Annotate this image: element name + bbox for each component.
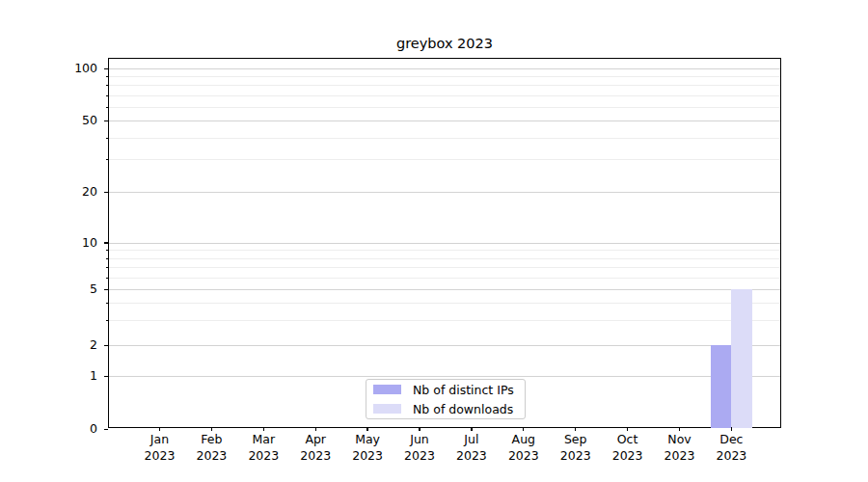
x-axis-tick: [731, 427, 732, 431]
y-axis-tick: [104, 289, 108, 290]
y-axis-tick: [104, 429, 108, 430]
y-axis-minor-tick: [106, 267, 108, 268]
year-label: 2023: [496, 448, 552, 465]
legend-item-distinct-ips: Nb of distinct IPs: [372, 382, 519, 398]
y-axis-minor-tick: [106, 278, 108, 279]
x-axis-tick: [263, 427, 264, 431]
x-axis-tick-label: Jul2023: [444, 432, 500, 464]
year-label: 2023: [444, 448, 500, 465]
y-axis-minor-tick: [106, 95, 108, 96]
x-axis-tick: [211, 427, 212, 431]
x-axis-tick-label: Jun2023: [392, 432, 448, 464]
y-axis-minor-tick: [106, 320, 108, 321]
month-label: Jul: [444, 432, 500, 448]
y-axis-tick-label: 100: [1, 61, 97, 76]
month-label: Jun: [392, 432, 448, 448]
x-axis-tick: [523, 427, 524, 431]
year-label: 2023: [703, 448, 759, 465]
x-axis-tick-label: Feb2023: [183, 432, 239, 464]
y-axis-minor-tick: [106, 250, 108, 251]
month-label: Jan: [132, 432, 188, 448]
legend-item-downloads: Nb of downloads: [372, 401, 519, 417]
year-label: 2023: [183, 448, 239, 465]
year-label: 2023: [652, 448, 708, 465]
major-gridline: [109, 68, 780, 69]
legend-label-downloads: Nb of downloads: [413, 401, 513, 417]
month-label: Mar: [235, 432, 291, 448]
bar-nb-of-distinct-ips-dec: [711, 345, 732, 428]
y-axis-tick: [104, 192, 108, 193]
chart-title: greybox 2023: [108, 35, 781, 52]
x-axis-tick-label: Jan2023: [132, 432, 188, 464]
y-axis-tick-label: 20: [1, 184, 97, 200]
month-label: Aug: [496, 432, 552, 448]
bar-nb-of-downloads-dec: [731, 289, 752, 428]
month-label: Sep: [548, 432, 604, 448]
y-axis-minor-tick: [106, 258, 108, 259]
x-axis-tick: [679, 427, 680, 431]
minor-gridline: [109, 258, 780, 259]
legend-swatch-distinct-ips: [373, 385, 401, 394]
year-label: 2023: [548, 448, 604, 465]
month-label: Feb: [183, 432, 239, 448]
month-label: May: [339, 432, 395, 448]
y-axis-minor-tick: [106, 159, 108, 160]
month-label: Nov: [652, 432, 708, 448]
major-gridline: [109, 289, 780, 290]
y-axis-tick-label: 10: [1, 235, 97, 251]
x-axis-tick: [471, 427, 472, 431]
x-axis-tick-label: Oct2023: [600, 432, 656, 464]
major-gridline: [109, 345, 780, 346]
major-gridline: [109, 243, 780, 244]
x-axis-tick: [366, 427, 367, 431]
x-axis-tick: [627, 427, 628, 431]
y-axis-minor-tick: [106, 85, 108, 86]
x-axis-tick-label: Sep2023: [548, 432, 604, 464]
plot-area: Nb of distinct IPs Nb of downloads 01251…: [108, 58, 781, 428]
x-axis-tick-label: Dec2023: [703, 432, 759, 464]
y-axis-tick-label: 5: [1, 281, 97, 297]
x-axis-tick-label: Aug2023: [496, 432, 552, 464]
minor-gridline: [109, 320, 780, 321]
legend: Nb of distinct IPs Nb of downloads: [366, 379, 526, 419]
x-axis-tick-label: Apr2023: [287, 432, 343, 464]
minor-gridline: [109, 107, 780, 108]
minor-gridline: [109, 278, 780, 279]
y-axis-tick: [104, 120, 108, 121]
legend-swatch-downloads: [373, 404, 401, 414]
minor-gridline: [109, 303, 780, 304]
y-axis-minor-tick: [106, 303, 108, 304]
major-gridline: [109, 376, 780, 377]
y-axis-tick: [104, 68, 108, 69]
minor-gridline: [109, 267, 780, 268]
minor-gridline: [109, 85, 780, 86]
x-axis-tick-label: Nov2023: [652, 432, 708, 464]
month-label: Dec: [703, 432, 759, 448]
y-axis-tick: [104, 376, 108, 377]
y-axis-minor-tick: [106, 76, 108, 77]
minor-gridline: [109, 250, 780, 251]
month-label: Apr: [287, 432, 343, 448]
year-label: 2023: [132, 448, 188, 465]
month-label: Oct: [600, 432, 656, 448]
legend-label-distinct-ips: Nb of distinct IPs: [413, 382, 514, 398]
y-axis-tick-label: 50: [1, 113, 97, 128]
y-axis-minor-tick: [106, 138, 108, 139]
year-label: 2023: [392, 448, 448, 465]
x-axis-tick: [315, 427, 316, 431]
y-axis-tick: [104, 242, 108, 243]
minor-gridline: [109, 95, 780, 96]
year-label: 2023: [339, 448, 395, 465]
x-axis-tick-label: May2023: [339, 432, 395, 464]
major-gridline: [109, 120, 780, 121]
x-axis-tick: [575, 427, 576, 431]
y-axis-tick-label: 2: [1, 337, 97, 353]
y-axis-tick-label: 1: [1, 368, 97, 384]
x-axis-tick: [419, 427, 420, 431]
minor-gridline: [109, 76, 780, 77]
year-label: 2023: [287, 448, 343, 465]
minor-gridline: [109, 159, 780, 160]
y-axis-tick: [104, 345, 108, 346]
x-axis-tick-label: Mar2023: [235, 432, 291, 464]
year-label: 2023: [600, 448, 656, 465]
